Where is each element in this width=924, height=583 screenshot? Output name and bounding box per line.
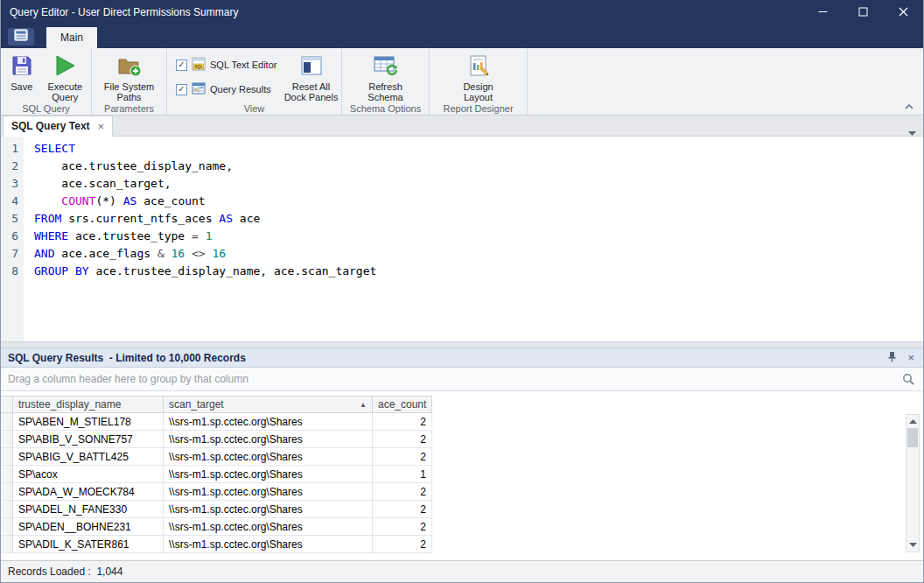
code-line[interactable]: COUNT(*) AS ace_count [34, 193, 923, 210]
view-checkboxes: ✓ SQL SQL Text Editor ✓ Query Results [169, 51, 283, 97]
pin-icon[interactable] [887, 350, 897, 366]
table-cell[interactable]: SP\ADEN__BOHNE231 [13, 518, 164, 536]
code-line[interactable]: ace.scan_target, [34, 175, 923, 193]
group-by-panel[interactable]: Drag a column header here to group by th… [1, 368, 923, 391]
table-cell[interactable]: SP\ADEL_N_FANE330 [13, 501, 164, 518]
file-system-paths-button[interactable]: File System Paths [101, 51, 158, 102]
group-by-hint: Drag a column header here to group by th… [1, 373, 902, 385]
tab-close-icon[interactable]: × [98, 121, 105, 132]
refresh-schema-button[interactable]: Refresh Schema [360, 51, 412, 102]
table-row[interactable]: SP\ABIB_V_SONNE757\\srs-m1.sp.cctec.org\… [1, 431, 923, 448]
vertical-scrollbar[interactable] [906, 414, 920, 552]
tab-sql-query-text[interactable]: SQL Query Text × [3, 116, 113, 137]
line-number: 4 [1, 193, 24, 210]
window-controls [802, 0, 923, 25]
query-results-toggle[interactable]: ✓ Query Results [176, 81, 279, 97]
code-line[interactable]: SELECT [34, 140, 923, 158]
query-results-checkbox[interactable]: ✓ [176, 84, 187, 95]
table-row[interactable]: SP\ABIG_V_BATTL425\\srs-m1.sp.cctec.org\… [1, 448, 923, 466]
group-label-parameters: Parameters [92, 102, 166, 116]
grid-body: SP\ABEN_M_STIEL178\\srs-m1.sp.cctec.org\… [1, 413, 923, 553]
code-line[interactable]: ace.trustee_display_name, [34, 158, 923, 175]
reset-all-dock-panels-button[interactable]: Reset All Dock Panels [283, 51, 340, 102]
row-indicator [1, 518, 13, 536]
column-header-trustee-display-name[interactable]: trustee_display_name [13, 396, 164, 413]
search-icon[interactable] [902, 373, 923, 385]
table-cell[interactable]: 1 [373, 466, 432, 483]
reset-all-dock-panels-label: Reset All Dock Panels [283, 81, 340, 102]
table-cell[interactable]: \\srs-m1.sp.cctec.org\Shares [164, 466, 373, 483]
execute-query-button[interactable]: Execute Query [41, 51, 89, 102]
table-cell[interactable]: \\srs-m1.sp.cctec.org\Shares [164, 431, 373, 448]
tab-main[interactable]: Main [46, 27, 97, 48]
app-menu-icon [14, 29, 28, 45]
save-button[interactable]: Save [3, 51, 41, 92]
table-cell[interactable]: SP\ABEN_M_STIEL178 [13, 413, 164, 431]
table-cell[interactable]: \\srs-m1.sp.cctec.org\Shares [164, 536, 373, 553]
horizontal-splitter[interactable] [1, 341, 923, 348]
table-cell[interactable]: SP\ADIL_K_SATER861 [13, 536, 164, 553]
table-cell[interactable]: 2 [373, 413, 432, 431]
design-layout-button[interactable]: Design Layout [452, 51, 505, 102]
scroll-up-button[interactable] [906, 415, 919, 428]
table-cell[interactable]: 2 [373, 483, 432, 501]
sql-text-editor-checkbox[interactable]: ✓ [176, 60, 187, 71]
table-cell[interactable]: SP\acox [13, 466, 164, 483]
scroll-down-button[interactable] [906, 538, 919, 551]
table-cell[interactable]: \\srs-m1.sp.cctec.org\Shares [164, 518, 373, 536]
row-filler [432, 413, 923, 431]
table-row[interactable]: SP\ADEL_N_FANE330\\srs-m1.sp.cctec.org\S… [1, 501, 923, 518]
code-line[interactable]: FROM srs.current_ntfs_aces AS ace [34, 210, 923, 228]
table-row[interactable]: SP\ADIL_K_SATER861\\srs-m1.sp.cctec.org\… [1, 536, 923, 553]
execute-query-label: Execute Query [41, 81, 89, 102]
table-cell[interactable]: SP\ADA_W_MOECK784 [13, 483, 164, 501]
line-number: 8 [1, 263, 24, 280]
column-header-scan-target[interactable]: scan_target ▲ [164, 396, 373, 413]
results-panel-title: SQL Query Results - Limited to 10,000 Re… [1, 352, 887, 364]
table-row[interactable]: SP\ABEN_M_STIEL178\\srs-m1.sp.cctec.org\… [1, 413, 923, 431]
table-cell[interactable]: \\srs-m1.sp.cctec.org\Shares [164, 413, 373, 431]
table-row[interactable]: SP\ADA_W_MOECK784\\srs-m1.sp.cctec.org\S… [1, 483, 923, 501]
ribbon-group-schema-options: Refresh Schema Schema Options [342, 48, 430, 115]
table-cell[interactable]: SP\ABIB_V_SONNE757 [13, 431, 164, 448]
table-row[interactable]: SP\ADEN__BOHNE231\\srs-m1.sp.cctec.org\S… [1, 518, 923, 536]
table-cell[interactable]: 2 [373, 518, 432, 536]
code-line[interactable]: AND ace.ace_flags & 16 <> 16 [34, 245, 923, 263]
query-results-icon [192, 81, 206, 97]
table-cell[interactable]: 2 [373, 536, 432, 553]
title-bar[interactable]: Query Editor - User Direct Permissions S… [1, 0, 923, 25]
ribbon-group-parameters: File System Paths Parameters [92, 48, 167, 115]
scrollbar-thumb[interactable] [907, 428, 918, 447]
app-menu-button[interactable] [8, 28, 34, 46]
column-header-ace-count[interactable]: ace_count [373, 396, 432, 413]
sql-text-editor-toggle[interactable]: ✓ SQL SQL Text Editor [176, 57, 279, 73]
table-cell[interactable]: SP\ABIG_V_BATTL425 [13, 448, 164, 466]
group-label-schema-options: Schema Options [342, 102, 429, 116]
ribbon-group-report-designer: Design Layout Report Designer [430, 48, 528, 115]
panel-close-icon[interactable]: × [907, 352, 914, 363]
window-title: Query Editor - User Direct Permissions S… [1, 6, 802, 18]
code-area[interactable]: SELECT ace.trustee_display_name, ace.sca… [24, 137, 923, 341]
ribbon-group-sql-query: Save Execute Query SQL Query [1, 48, 92, 115]
row-indicator [1, 448, 13, 466]
code-line[interactable]: GROUP BY ace.trustee_display_name, ace.s… [34, 263, 923, 280]
code-line[interactable]: WHERE ace.trustee_type = 1 [34, 228, 923, 245]
close-button[interactable] [883, 0, 923, 25]
table-cell[interactable]: \\srs-m1.sp.cctec.org\Shares [164, 501, 373, 518]
table-cell[interactable]: 2 [373, 501, 432, 518]
scrollbar-track[interactable] [906, 447, 919, 538]
file-system-paths-label: File System Paths [101, 81, 158, 102]
table-row[interactable]: SP\acox\\srs-m1.sp.cctec.org\Shares1 [1, 466, 923, 483]
ribbon-collapse-button[interactable] [902, 101, 916, 111]
execute-query-icon [52, 53, 78, 79]
table-cell[interactable]: 2 [373, 431, 432, 448]
line-number-gutter: 12345678 [1, 137, 24, 341]
indicator-header-cell [1, 396, 13, 413]
tab-list-dropdown-icon[interactable] [908, 123, 916, 139]
sql-editor[interactable]: 12345678 SELECT ace.trustee_display_name… [1, 137, 923, 341]
minimize-button[interactable] [802, 0, 843, 25]
table-cell[interactable]: 2 [373, 448, 432, 466]
table-cell[interactable]: \\srs-m1.sp.cctec.org\Shares [164, 483, 373, 501]
table-cell[interactable]: \\srs-m1.sp.cctec.org\Shares [164, 448, 373, 466]
maximize-button[interactable] [843, 0, 883, 25]
